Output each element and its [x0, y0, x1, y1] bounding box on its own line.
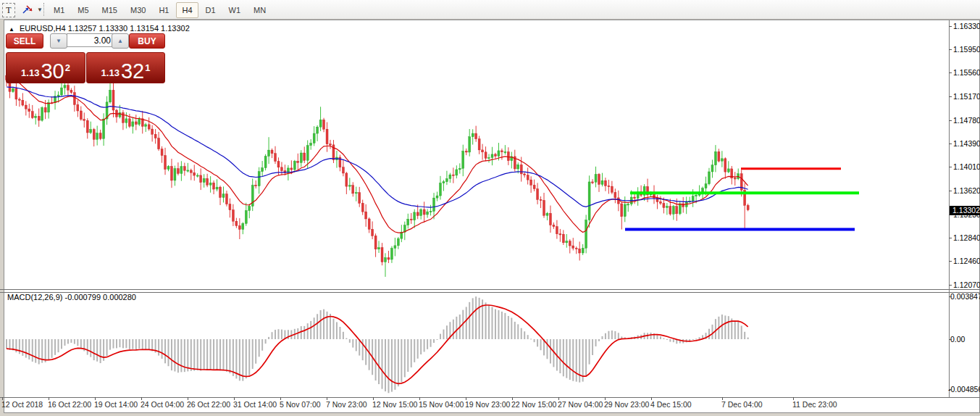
- macd-signal-line: [7, 305, 748, 383]
- time-axis-label: 27 Nov 04:00: [558, 400, 603, 409]
- price-axis-tick: [949, 261, 952, 262]
- time-axis-label: 12 Oct 2018: [1, 400, 43, 409]
- time-axis-tick: [722, 397, 723, 400]
- volume-decrease-button[interactable]: ▼: [50, 33, 67, 49]
- macd-axis-top: 0.003847: [950, 292, 979, 301]
- price-axis-label: 1.12840: [953, 233, 979, 242]
- sell-price-sup: 2: [65, 62, 70, 73]
- timeframe-button-m15[interactable]: M15: [96, 2, 123, 18]
- time-axis-label: 11 Dec 23:00: [792, 400, 837, 409]
- time-axis-tick: [234, 397, 235, 400]
- time-axis-tick: [327, 397, 327, 400]
- panel-separator-bottom[interactable]: [0, 292, 980, 293]
- price-axis-label: 1.14010: [953, 162, 979, 171]
- macd-axis-bottom: -0.004856: [948, 385, 977, 394]
- buy-price-main: 1.13: [101, 66, 120, 80]
- buy-price-sup: 1: [145, 62, 150, 73]
- time-axis-label: 5 Nov 07:00: [280, 400, 321, 409]
- time-axis-label: 29 Nov 23:00: [604, 400, 649, 409]
- time-axis-tick: [466, 397, 466, 400]
- toolbar-grip: [43, 3, 45, 16]
- symbol-period-label: EURUSD,H4: [20, 24, 66, 33]
- time-axis-tick: [188, 397, 188, 400]
- price-axis-label: 1.15170: [953, 92, 979, 101]
- time-axis-label: 15 Nov 04:00: [419, 400, 464, 409]
- time-axis-tick: [558, 397, 559, 400]
- price-axis-label: 1.12460: [953, 257, 979, 265]
- price-axis-tick: [949, 143, 952, 144]
- text-tool-button[interactable]: T: [2, 3, 15, 17]
- macd-values: -0.000799 0.000280: [64, 293, 135, 301]
- timeframe-button-m1[interactable]: M1: [48, 2, 70, 18]
- toolbar: T ▼ M1M5M15M30H1H4D1W1MN: [0, 0, 980, 20]
- slow-ma-line: [7, 87, 748, 207]
- fast-ma-line: [7, 74, 748, 233]
- timeframe-button-h4[interactable]: H4: [176, 2, 198, 18]
- sell-price-box[interactable]: 1.13 30 2: [6, 52, 85, 83]
- time-axis-label: 4 Dec 15:00: [650, 400, 692, 409]
- time-axis-label: 16 Oct 22:00: [48, 400, 91, 409]
- price-axis-label: 1.12070: [953, 280, 979, 289]
- time-axis-tick: [419, 397, 420, 400]
- time-axis-tick: [95, 397, 96, 400]
- macd-histogram: [6, 296, 749, 393]
- sell-price-main: 1.13: [21, 66, 39, 80]
- time-axis-tick: [141, 397, 142, 400]
- price-axis-label: 1.14390: [953, 139, 979, 148]
- macd-axis-zero: 0.00: [950, 335, 979, 344]
- price-axis-label: 1.16330: [953, 22, 979, 30]
- price-axis-tick: [949, 238, 952, 238]
- chart-header: ▲ EURUSD,H4 1.13257 1.13330 1.13154 1.13…: [9, 24, 190, 33]
- price-axis-tick: [949, 49, 952, 50]
- price-axis-label: 1.15950: [953, 45, 979, 54]
- time-axis-label: 19 Oct 14:00: [94, 400, 138, 409]
- symbol-triangle-icon: ▲: [9, 26, 14, 33]
- timeframe-button-m5[interactable]: M5: [72, 2, 94, 18]
- price-axis-label: 1.15560: [953, 68, 979, 77]
- macd-caption: MACD(12,26,9) -0.000799 0.000280: [7, 293, 136, 301]
- time-axis-tick: [605, 397, 606, 400]
- time-axis-tick: [512, 397, 513, 400]
- current-price-badge: 1.13302: [950, 206, 980, 215]
- time-axis-tick: [2, 397, 3, 400]
- time-axis-label: 12 Nov 15:00: [372, 400, 417, 409]
- buy-button[interactable]: BUY: [129, 33, 165, 49]
- macd-chart-canvas[interactable]: [5, 294, 949, 397]
- ohlc-values: 1.13257 1.13330 1.13154 1.13302: [68, 24, 190, 33]
- panel-separator-top[interactable]: [0, 289, 980, 290]
- macd-name: MACD(12,26,9): [7, 293, 62, 301]
- candle-wicks: [7, 72, 748, 277]
- timeframe-button-d1[interactable]: D1: [200, 2, 222, 18]
- price-axis-tick: [949, 191, 952, 191]
- time-axis-label: 31 Oct 14:00: [233, 400, 277, 409]
- timeframe-button-h1[interactable]: H1: [153, 2, 175, 18]
- time-axis-label: 24 Oct 04:00: [141, 400, 184, 409]
- timeframe-button-w1[interactable]: W1: [223, 2, 247, 18]
- buy-price-big: 32: [121, 62, 144, 80]
- buy-price-box[interactable]: 1.13 32 1: [86, 52, 165, 83]
- price-axis-label: 1.13620: [953, 186, 979, 195]
- arrows-tool-button[interactable]: [19, 3, 36, 16]
- price-axis-tick: [949, 120, 952, 121]
- time-axis-label: 7 Nov 23:00: [326, 400, 367, 409]
- price-axis-tick: [949, 167, 952, 167]
- volume-input[interactable]: [67, 33, 114, 47]
- sell-price-big: 30: [41, 62, 64, 80]
- time-axis-tick: [49, 397, 49, 400]
- price-axis-label: 1.14780: [953, 116, 979, 125]
- time-axis-tick: [373, 397, 374, 400]
- time-axis-label: 26 Oct 22:00: [187, 400, 230, 409]
- volume-increase-button[interactable]: ▲: [112, 33, 129, 49]
- sell-button[interactable]: SELL: [6, 33, 43, 49]
- one-click-trading-panel: SELL ▼ ▲ BUY 1.13 30 2 1.13 32 1: [6, 33, 164, 80]
- timeframe-button-mn[interactable]: MN: [248, 2, 272, 18]
- macd-axis-tick: [949, 339, 952, 340]
- macd-axis-tick: [949, 389, 952, 390]
- price-axis-tick: [949, 285, 952, 286]
- timeframe-button-m30[interactable]: M30: [125, 2, 151, 18]
- time-axis-label: 7 Dec 04:00: [721, 400, 763, 409]
- macd-axis-tick: [949, 296, 952, 297]
- time-axis-tick: [793, 397, 794, 400]
- time-axis-tick: [651, 397, 652, 400]
- arrows-dropdown-caret[interactable]: ▼: [36, 3, 43, 16]
